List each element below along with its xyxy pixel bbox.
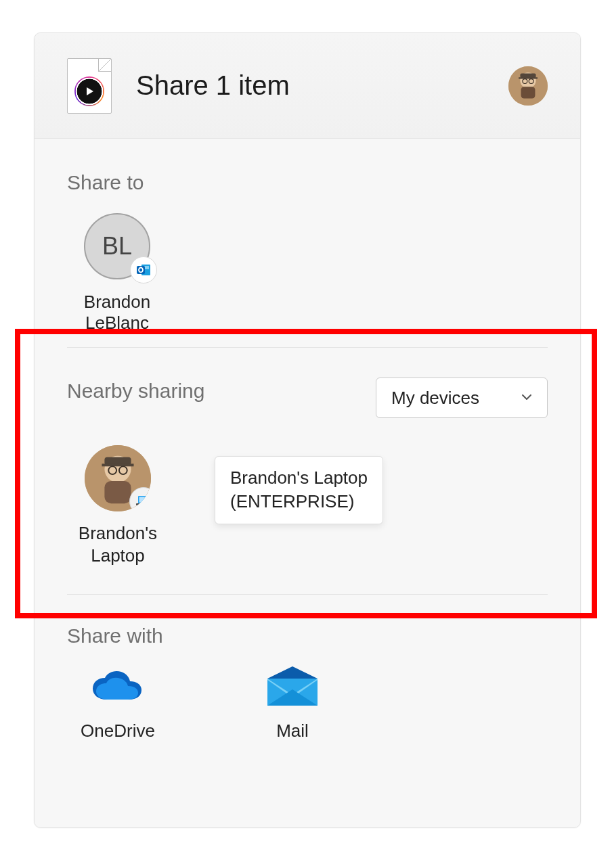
share-with-label: Share with bbox=[67, 624, 548, 647]
share-with-section: Share with OneDrive Mail bbox=[67, 595, 548, 741]
svg-marker-22 bbox=[267, 666, 318, 679]
svg-rect-16 bbox=[102, 464, 133, 467]
share-dialog-header: Share 1 item bbox=[35, 33, 580, 139]
svg-rect-20 bbox=[139, 497, 148, 503]
app-onedrive[interactable]: OneDrive bbox=[74, 666, 162, 741]
chevron-down-icon bbox=[520, 388, 533, 409]
apps-row: OneDrive Mail bbox=[67, 666, 548, 741]
app-mail[interactable]: Mail bbox=[248, 666, 336, 741]
contact-avatar: BL bbox=[84, 213, 150, 279]
current-user-avatar[interactable] bbox=[508, 66, 548, 106]
laptop-icon bbox=[129, 487, 151, 511]
dropdown-value: My devices bbox=[391, 388, 479, 409]
file-thumbnail bbox=[67, 58, 112, 114]
svg-rect-14 bbox=[104, 481, 131, 503]
svg-rect-5 bbox=[519, 77, 538, 78]
device-avatar bbox=[85, 445, 151, 511]
device-name: Brandon's Laptop bbox=[67, 522, 169, 566]
device-tooltip: Brandon's Laptop (ENTERPRISE) bbox=[215, 456, 383, 524]
share-dialog: Share 1 item Share to BL Brandon LeBlanc bbox=[34, 32, 581, 828]
nearby-sharing-label: Nearby sharing bbox=[67, 380, 204, 403]
play-icon bbox=[74, 76, 104, 106]
share-dialog-body: Share to BL Brandon LeBlanc Nearby shari… bbox=[35, 139, 580, 741]
svg-marker-0 bbox=[87, 87, 93, 95]
contacts-row: BL Brandon LeBlanc bbox=[67, 213, 548, 334]
svg-rect-21 bbox=[136, 503, 151, 505]
contact-brandon-leblanc[interactable]: BL Brandon LeBlanc bbox=[67, 213, 167, 334]
app-name: OneDrive bbox=[74, 721, 162, 741]
svg-rect-3 bbox=[521, 87, 536, 98]
dialog-title: Share 1 item bbox=[136, 70, 290, 101]
contact-initials: BL bbox=[102, 232, 132, 260]
app-name: Mail bbox=[248, 721, 336, 741]
contact-name: Brandon LeBlanc bbox=[67, 292, 167, 334]
nearby-scope-dropdown[interactable]: My devices bbox=[376, 378, 548, 418]
onedrive-icon bbox=[87, 666, 148, 708]
mail-icon bbox=[262, 666, 323, 708]
outlook-icon bbox=[130, 256, 157, 283]
share-to-label: Share to bbox=[67, 171, 548, 194]
device-brandons-laptop[interactable]: Brandon's Laptop bbox=[67, 445, 169, 567]
nearby-sharing-section: Nearby sharing My devices B bbox=[67, 348, 548, 594]
